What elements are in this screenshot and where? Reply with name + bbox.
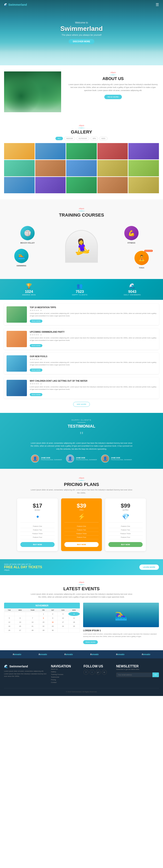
nav-logo[interactable]: 🌊 Swimmerland bbox=[4, 3, 27, 6]
partner-logo-4[interactable]: #envato bbox=[90, 653, 99, 655]
testimonial-role-1: PROFESSIONAL SWIMMER bbox=[41, 459, 62, 461]
gallery-item[interactable] bbox=[128, 177, 159, 193]
filter-outdoor[interactable]: OUTDOOR bbox=[76, 137, 89, 140]
gallery-item[interactable] bbox=[35, 143, 66, 159]
gallery-item[interactable] bbox=[66, 177, 97, 193]
cal-day: 23 bbox=[48, 624, 58, 628]
cal-header-tue: TUE bbox=[4, 609, 14, 612]
cal-event-day[interactable]: 16 bbox=[48, 620, 58, 624]
course-icon-beach-volley[interactable]: 🏐 bbox=[21, 226, 35, 240]
divider bbox=[77, 585, 86, 585]
course-label-fitness: FITNESS bbox=[124, 242, 138, 244]
testimonial-info-2: JANE DOE PROFESSIONAL SWIMMER bbox=[76, 457, 97, 461]
blog-meta-4: ★ ★ ★ ★ ★ · 12 bbox=[30, 383, 157, 385]
pricing-buy-ultra[interactable]: BUY NOW bbox=[109, 542, 142, 547]
cal-day: 17 bbox=[58, 620, 68, 624]
partner-logo-1[interactable]: #envato bbox=[13, 653, 22, 655]
social-google-icon[interactable]: g+ bbox=[96, 670, 100, 675]
partner-logo-3[interactable]: #envato bbox=[65, 653, 73, 655]
social-facebook-icon[interactable]: f bbox=[84, 670, 88, 675]
cal-day-today[interactable]: 4 bbox=[68, 612, 80, 616]
pricing-plan-name-basic: BASIC bbox=[21, 509, 54, 511]
pricing-buy-basic[interactable]: BUY NOW bbox=[21, 542, 54, 547]
cal-event-day[interactable]: 8 bbox=[39, 616, 48, 620]
blog-read-more-2[interactable]: READ MORE bbox=[30, 344, 42, 347]
gallery-item[interactable] bbox=[66, 160, 97, 176]
footer-nav-about[interactable]: About Us bbox=[51, 668, 79, 670]
footer-nav-pricing[interactable]: Pricing bbox=[51, 679, 79, 681]
cal-day bbox=[14, 612, 26, 616]
gallery-item[interactable] bbox=[4, 143, 35, 159]
stat-clients-label: HAPPY CLIENTS bbox=[72, 294, 87, 296]
cta-small-text: SIGN UP NOW AND WIN UP TO bbox=[4, 563, 42, 565]
footer-social-title: FOLLOW US bbox=[84, 664, 112, 668]
pricing-buy-pro[interactable]: BUY NOW bbox=[65, 542, 98, 547]
partner-logo-5[interactable]: #envato bbox=[116, 653, 124, 655]
gallery-item[interactable] bbox=[97, 160, 128, 176]
hero-cta-button[interactable]: DISCOVER MORE bbox=[69, 39, 94, 44]
gallery-item[interactable] bbox=[97, 143, 128, 159]
gallery-item[interactable] bbox=[4, 177, 35, 193]
cal-header-wed: WED bbox=[14, 609, 26, 612]
hamburger-menu[interactable]: ☰ bbox=[156, 2, 159, 7]
footer-nav-gallery[interactable]: Gallery bbox=[51, 671, 79, 673]
gallery-item[interactable] bbox=[35, 160, 66, 176]
blog-thumb-4 bbox=[6, 380, 27, 396]
footer-nav-testimonial[interactable]: Testimonial bbox=[51, 676, 79, 678]
about-section-label: Aliquis bbox=[67, 71, 159, 73]
filter-spa[interactable]: SPA bbox=[90, 137, 98, 140]
cal-header-mon: MON bbox=[68, 609, 80, 612]
blog-read-more-3[interactable]: READ MORE bbox=[30, 369, 42, 372]
training-courses-container: 🏐 BEACH VOLLEY 💪 FITNESS 🏊 SWIMMING 🧘 BO… bbox=[4, 226, 159, 271]
event-title: LOREM IPSUM 1 bbox=[83, 629, 159, 632]
gallery-item[interactable] bbox=[66, 143, 97, 159]
hero-content: Welcome to Swimmerland The place where y… bbox=[60, 21, 103, 44]
cal-day: 5 bbox=[4, 616, 14, 620]
blog-read-more-1[interactable]: READ MORE bbox=[30, 320, 42, 323]
gallery-item[interactable] bbox=[4, 160, 35, 176]
see-more-posts-button[interactable]: SEE MORE bbox=[73, 402, 90, 407]
footer-nav-training[interactable]: Training Courses bbox=[51, 674, 79, 675]
gallery-item[interactable] bbox=[128, 143, 159, 159]
newsletter-submit-button[interactable]: GO bbox=[152, 673, 159, 677]
cal-day: 22 bbox=[39, 624, 48, 628]
copyright-text: © 2016 Swimmerland. All Rights Reserved. bbox=[4, 691, 159, 693]
course-label-beach-volley: BEACH VOLLEY bbox=[21, 242, 35, 244]
footer-social: FOLLOW US f t g+ in bbox=[84, 664, 112, 684]
partner-logo-2[interactable]: #envato bbox=[39, 653, 47, 655]
swimmers-icon: 🌊 bbox=[124, 283, 141, 289]
cta-learn-more-button[interactable]: LEARN MORE bbox=[139, 564, 159, 570]
blog-meta-2: ★ ★ ★ ★ ★ · 12 bbox=[30, 334, 157, 336]
pricing-icon-basic: 🔹 bbox=[21, 513, 54, 520]
course-label-swimming: SWIMMING bbox=[14, 265, 29, 267]
footer-logo: 🌊 Swimmerland bbox=[4, 664, 47, 669]
testimonial-info-3: JANE DOE PROFESSIONAL SWIMMER bbox=[111, 457, 132, 461]
social-linkedin-icon[interactable]: in bbox=[102, 670, 107, 675]
cal-day: 20 bbox=[14, 624, 26, 628]
pricing-icon-ultra: 💎 bbox=[109, 513, 142, 520]
gallery-item[interactable] bbox=[128, 160, 159, 176]
cal-day: 11 bbox=[68, 616, 80, 620]
filter-indoor[interactable]: INDOOR bbox=[64, 137, 75, 140]
newsletter-email-input[interactable] bbox=[116, 673, 152, 677]
course-icon-yoga[interactable]: 🧘 bbox=[134, 251, 149, 265]
calendar: NOVEMBER TUE WED THUR FRI SAT SUN MON bbox=[4, 603, 80, 644]
course-icon-swimming[interactable]: 🏊 bbox=[14, 249, 29, 263]
filter-all[interactable]: ALL bbox=[55, 137, 63, 140]
partner-logo-6[interactable]: #envato bbox=[142, 653, 150, 655]
event-image: 🏊‍♀️ bbox=[83, 603, 159, 627]
blog-read-more-4[interactable]: READ MORE bbox=[30, 393, 42, 396]
course-icon-fitness[interactable]: 💪 bbox=[124, 226, 138, 240]
gallery-item[interactable] bbox=[97, 177, 128, 193]
pricing-card-basic: $17 BASIC 🔹 Feature One Feature Two Feat… bbox=[17, 498, 58, 551]
gallery-item[interactable] bbox=[35, 177, 66, 193]
footer-newsletter: NEWSLETTER Subscribe to get the latest n… bbox=[116, 664, 159, 684]
calendar-month: NOVEMBER bbox=[4, 603, 80, 609]
filter-kids[interactable]: KIDS bbox=[99, 137, 108, 140]
clients-icon: 👥 bbox=[72, 283, 87, 289]
event-read-more-button[interactable]: READ MORE bbox=[83, 640, 98, 644]
about-read-more-button[interactable]: READ MORE bbox=[104, 95, 122, 99]
social-twitter-icon[interactable]: t bbox=[90, 670, 94, 675]
footer-nav-contact[interactable]: Contact bbox=[51, 681, 79, 683]
pricing-feature-pro-4: Feature Four bbox=[65, 535, 98, 539]
